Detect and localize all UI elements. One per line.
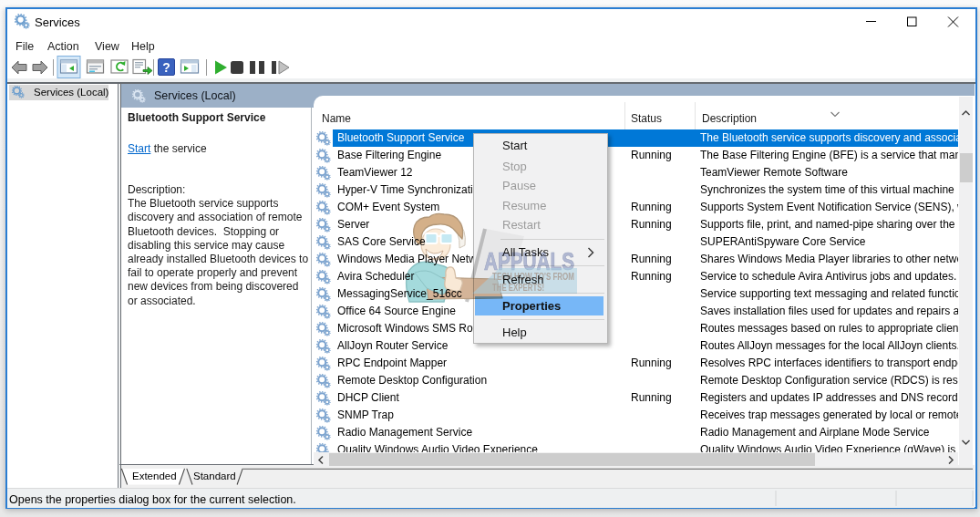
svg-text:?: ?: [162, 60, 170, 75]
